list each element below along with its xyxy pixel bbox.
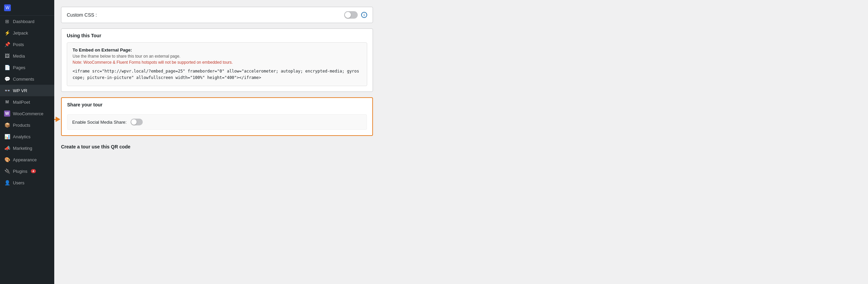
sidebar-item-woocommerce[interactable]: W WooCommerce [0, 108, 54, 119]
content-area: Custom CSS : i Using this Tour To Embed … [54, 0, 380, 159]
sidebar-item-jetpack[interactable]: ⚡ Jetpack [0, 27, 54, 39]
embed-title: To Embed on External Page: [73, 47, 361, 53]
marketing-icon: 📣 [4, 145, 10, 151]
products-icon: 📦 [4, 122, 10, 128]
sidebar-item-label: WP VR [13, 88, 27, 93]
embed-box: To Embed on External Page: Use the ifram… [67, 42, 367, 86]
sidebar-item-pages[interactable]: 📄 Pages [0, 62, 54, 73]
social-share-toggle[interactable] [131, 119, 143, 125]
sidebar-item-label: Products [13, 123, 30, 128]
embed-warning: Note: WooCommerce & Fluent Forms hotspot… [73, 60, 361, 65]
sidebar-item-dashboard[interactable]: ⊞ Dashboard [0, 16, 54, 27]
custom-css-controls: i [344, 11, 367, 19]
sidebar-item-products[interactable]: 📦 Products [0, 119, 54, 131]
appearance-icon: 🎨 [4, 157, 10, 163]
share-tour-body: Enable Social Media Share: [62, 111, 372, 135]
pages-icon: 📄 [4, 64, 10, 70]
wpvr-icon: 👓 [4, 87, 10, 94]
sidebar-item-label: Plugins [13, 169, 27, 174]
custom-css-info-icon[interactable]: i [361, 12, 367, 18]
plugins-badge: 4 [31, 169, 36, 173]
using-tour-card: Using this Tour To Embed on External Pag… [61, 28, 373, 92]
sidebar-item-users[interactable]: 👤 Users [0, 177, 54, 188]
sidebar-item-plugins[interactable]: 🔌 Plugins 4 [0, 165, 54, 177]
sidebar-item-analytics[interactable]: 📊 Analytics [0, 131, 54, 142]
sidebar-item-label: Comments [13, 77, 34, 82]
sidebar-item-comments[interactable]: 💬 Comments [0, 73, 54, 85]
main-content: Custom CSS : i Using this Tour To Embed … [54, 0, 760, 284]
using-tour-title: Using this Tour [61, 29, 373, 42]
social-share-row: Enable Social Media Share: [67, 114, 367, 130]
plugins-icon: 🔌 [4, 168, 10, 174]
sidebar-item-marketing[interactable]: 📣 Marketing [0, 142, 54, 154]
social-share-label: Enable Social Media Share: [72, 120, 126, 125]
sidebar-item-media[interactable]: 🖼 Media [0, 50, 54, 62]
qr-title: Create a tour use this QR code [61, 141, 373, 152]
sidebar-item-label: WooCommerce [13, 111, 43, 116]
custom-css-label: Custom CSS : [67, 12, 97, 18]
wp-logo-icon: W [4, 4, 11, 11]
custom-css-section: Custom CSS : i [61, 7, 373, 23]
comments-icon: 💬 [4, 76, 10, 82]
dashboard-icon: ⊞ [4, 18, 10, 24]
sidebar-item-appearance[interactable]: 🎨 Appearance [0, 154, 54, 165]
jetpack-icon: ⚡ [4, 30, 10, 36]
sidebar-item-mailpoet[interactable]: M MailPoet [0, 96, 54, 108]
sidebar-item-label: Posts [13, 42, 24, 47]
sidebar-item-wp-vr[interactable]: 👓 WP VR [0, 85, 54, 96]
sidebar-item-label: MailPoet [13, 100, 30, 105]
sidebar-item-label: Users [13, 180, 24, 185]
share-tour-title: Share your tour [62, 98, 372, 111]
posts-icon: 📌 [4, 41, 10, 47]
sidebar-item-label: Dashboard [13, 19, 35, 24]
users-icon: 👤 [4, 180, 10, 186]
embed-code: <iframe src="http://wpvr.local/?embed_pa… [73, 68, 361, 81]
sidebar-item-label: Marketing [13, 146, 32, 151]
mailpoet-icon: M [4, 99, 10, 105]
sidebar-item-label: Appearance [13, 157, 37, 162]
sidebar-item-posts[interactable]: 📌 Posts [0, 39, 54, 50]
sidebar: W ⊞ Dashboard ⚡ Jetpack 📌 Posts 🖼 Media … [0, 0, 54, 284]
media-icon: 🖼 [4, 53, 10, 59]
sidebar-item-label: Media [13, 54, 25, 59]
analytics-icon: 📊 [4, 134, 10, 140]
woocommerce-icon: W [4, 110, 10, 117]
right-panel [760, 0, 868, 284]
embed-subtitle: Use the iframe below to share this tour … [73, 54, 361, 59]
share-tour-card: Share your tour Enable Social Media Shar… [61, 97, 373, 136]
arrow-line [54, 119, 56, 120]
sidebar-item-label: Analytics [13, 134, 31, 139]
sidebar-item-label: Jetpack [13, 31, 28, 36]
custom-css-toggle[interactable] [344, 11, 358, 19]
share-tour-wrapper: Share your tour Enable Social Media Shar… [61, 97, 373, 141]
arrow-head [56, 117, 60, 122]
sidebar-item-label: Pages [13, 65, 25, 70]
sidebar-brand: W [0, 0, 54, 16]
arrow-indicator [54, 117, 60, 122]
